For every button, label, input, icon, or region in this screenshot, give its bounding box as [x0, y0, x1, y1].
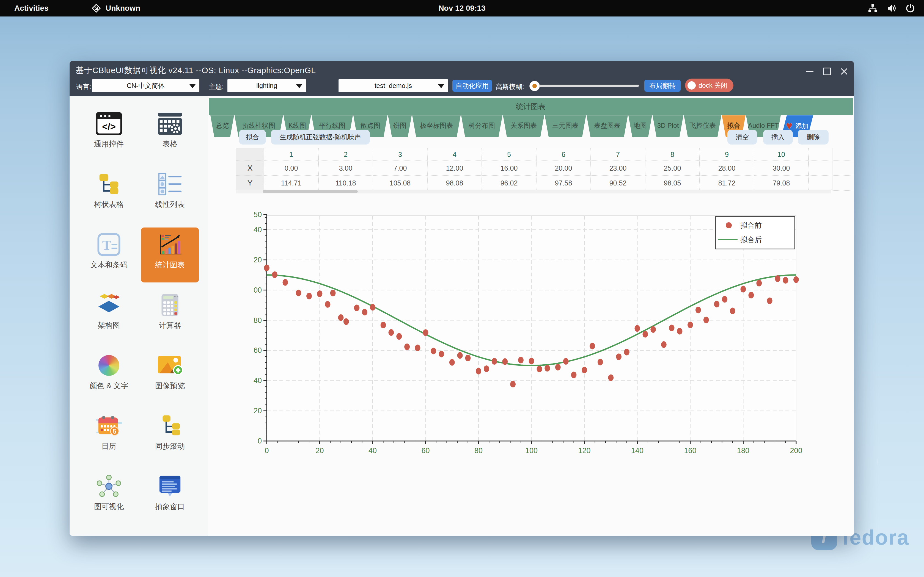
- cell-Y-3[interactable]: 105.08: [373, 176, 428, 191]
- slider-knob[interactable]: [529, 81, 540, 91]
- sidebar-item-7[interactable]: 架构图: [80, 288, 138, 343]
- tab-总览[interactable]: 总览: [210, 115, 234, 137]
- clear-button[interactable]: 清空: [727, 130, 757, 145]
- cell-Y-7[interactable]: 90.52: [591, 176, 645, 191]
- svg-text:180: 180: [737, 446, 750, 455]
- sidebar-item-4[interactable]: 线性列表: [141, 167, 199, 222]
- cell-X-6[interactable]: 20.00: [536, 161, 591, 176]
- column-header-1[interactable]: 1: [264, 148, 319, 161]
- tab-地图[interactable]: 地图: [628, 115, 652, 137]
- cell-Y-6[interactable]: 97.58: [536, 176, 591, 191]
- clock[interactable]: Nov 12 09:13: [438, 4, 485, 13]
- column-header-8[interactable]: 8: [645, 148, 700, 161]
- tab-label: 饼图: [393, 122, 407, 129]
- scrollbar-thumb[interactable]: [263, 190, 358, 193]
- script-dropdown[interactable]: test_demo.js: [339, 79, 448, 92]
- svg-text:100: 100: [254, 286, 262, 294]
- layout-flip-button[interactable]: 布局翻转: [645, 80, 681, 92]
- volume-icon[interactable]: [886, 3, 897, 14]
- language-dropdown[interactable]: CN-中文简体: [92, 79, 199, 92]
- cell-Y-9[interactable]: 81.72: [700, 176, 754, 191]
- minimize-button[interactable]: [804, 66, 816, 77]
- toolbar: 语言: CN-中文简体 主题: lighting test_demo.js 自动…: [69, 76, 854, 96]
- sidebar-item-10[interactable]: 图像预览: [141, 348, 199, 403]
- column-header-6[interactable]: 6: [536, 148, 591, 161]
- chevron-down-icon: [438, 84, 444, 88]
- sidebar-item-3[interactable]: 树状表格: [80, 167, 138, 222]
- cell-X-4[interactable]: 12.00: [428, 161, 482, 176]
- chevron-down-icon: [296, 84, 302, 88]
- tab-关系图表[interactable]: 关系图表: [503, 115, 544, 137]
- fit-button[interactable]: 拟合: [239, 130, 266, 145]
- tab-3d-plot[interactable]: 3D Plot: [653, 115, 683, 137]
- cell-Y-10[interactable]: 79.08: [754, 176, 809, 191]
- maximize-button[interactable]: [821, 66, 832, 77]
- cell-Y-4[interactable]: 98.08: [428, 176, 482, 191]
- auto-apply-button[interactable]: 自动化应用: [452, 80, 492, 92]
- row-header-Y[interactable]: Y: [236, 176, 264, 191]
- theme-dropdown[interactable]: lighting: [228, 79, 306, 92]
- cell-X-2[interactable]: 3.00: [319, 161, 373, 176]
- cell-X-10[interactable]: 30.00: [754, 161, 809, 176]
- calendar-icon: 5: [95, 413, 123, 439]
- cell-Y-5[interactable]: 96.02: [482, 176, 536, 191]
- column-header-9[interactable]: 9: [700, 148, 754, 161]
- gaussian-blur-label: 高斯模糊:: [496, 82, 524, 91]
- tab-树分布图[interactable]: 树分布图: [461, 115, 502, 137]
- tab-三元图表[interactable]: 三元图表: [545, 115, 586, 137]
- cell-X-8[interactable]: 25.00: [645, 161, 700, 176]
- tab-饼图[interactable]: 饼图: [388, 115, 412, 137]
- tab-label: 散点图: [360, 122, 380, 129]
- sidebar-item-14[interactable]: 抽象窗口: [141, 469, 199, 524]
- cell-X-1[interactable]: 0.00: [264, 161, 319, 176]
- tab-飞控仪表[interactable]: 飞控仪表: [684, 115, 721, 137]
- generate-data-button[interactable]: 生成随机正弦数据-随机噪声: [271, 130, 370, 145]
- column-header-2[interactable]: 2: [319, 148, 373, 161]
- close-button[interactable]: [838, 66, 850, 77]
- cell-filler: [809, 161, 854, 176]
- svg-text:200: 200: [790, 446, 802, 455]
- cell-Y-8[interactable]: 98.05: [645, 176, 700, 191]
- sidebar-item-5[interactable]: T文本和条码: [80, 227, 138, 282]
- svg-text:60: 60: [254, 346, 262, 355]
- insert-button[interactable]: 插入: [763, 130, 793, 145]
- network-icon[interactable]: [867, 3, 878, 14]
- row-header-X[interactable]: X: [236, 161, 264, 176]
- sidebar-item-2[interactable]: 表格: [141, 106, 199, 161]
- sidebar-item-13[interactable]: 图可视化: [80, 469, 138, 524]
- svg-text:80: 80: [474, 446, 483, 455]
- column-header-4[interactable]: 4: [428, 148, 482, 161]
- app-menu[interactable]: Unknown: [91, 3, 140, 14]
- sidebar-item-label: 颜色 & 文字: [89, 381, 128, 391]
- sidebar-item-12[interactable]: 同步滚动: [141, 409, 199, 464]
- window-header[interactable]: 基于CBlueUI数据可视化 v24.11 --OS: Linux --Grap…: [69, 61, 854, 96]
- cell-X-5[interactable]: 16.00: [482, 161, 536, 176]
- cell-Y-1[interactable]: 114.71: [264, 176, 319, 191]
- column-header-5[interactable]: 5: [482, 148, 536, 161]
- dock-toggle[interactable]: dock 关闭: [685, 79, 733, 92]
- column-header-7[interactable]: 7: [591, 148, 645, 161]
- sidebar-item-11[interactable]: 5日历: [80, 409, 138, 464]
- sidebar-item-6[interactable]: 统计图表: [141, 227, 199, 282]
- svg-text:T: T: [102, 238, 111, 253]
- main-panel: 统计图表 总览折线柱状图K线图平行线图散点图饼图极坐标图表树分布图关系图表三元图…: [208, 96, 854, 536]
- column-header-3[interactable]: 3: [373, 148, 428, 161]
- table-scrollbar[interactable]: [236, 190, 831, 193]
- column-header-10[interactable]: 10: [754, 148, 809, 161]
- tab-表盘图表[interactable]: 表盘图表: [586, 115, 628, 137]
- cell-X-7[interactable]: 23.00: [591, 161, 645, 176]
- delete-button[interactable]: 删除: [798, 130, 829, 145]
- tab-label: 3D Plot: [657, 122, 679, 129]
- cell-Y-2[interactable]: 110.18: [319, 176, 373, 191]
- tab-极坐标图表[interactable]: 极坐标图表: [412, 115, 460, 137]
- cell-X-9[interactable]: 28.00: [700, 161, 754, 176]
- cell-filler: [809, 176, 854, 191]
- activities-button[interactable]: Activities: [14, 4, 48, 13]
- gaussian-blur-slider[interactable]: [530, 85, 639, 87]
- tab-label: 添加: [795, 122, 809, 130]
- cell-X-3[interactable]: 7.00: [373, 161, 428, 176]
- power-icon[interactable]: [905, 3, 916, 14]
- sidebar-item-8[interactable]: 计算器: [141, 288, 199, 343]
- sidebar-item-9[interactable]: 颜色 & 文字: [80, 348, 138, 403]
- sidebar-item-1[interactable]: </>通用控件: [80, 106, 138, 161]
